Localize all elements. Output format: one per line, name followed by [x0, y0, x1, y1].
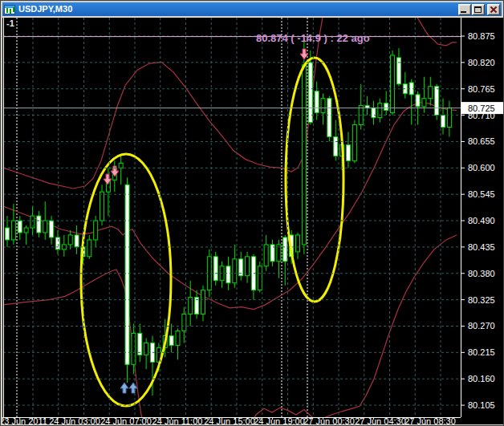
- candle-body: [119, 163, 123, 168]
- chart-canvas[interactable]: -180.874 ( -14.9 ) : 22 ago80.87580.8208…: [2, 17, 503, 424]
- time-axis-label: 24 Jun 15:00: [204, 416, 255, 424]
- price-axis-label: 80.765: [468, 84, 495, 94]
- candle-body: [334, 136, 338, 156]
- chart-area: -180.874 ( -14.9 ) : 22 ago80.87580.8208…: [2, 17, 503, 424]
- candle-body: [429, 87, 433, 99]
- candle-body: [213, 257, 217, 281]
- candle-body: [50, 221, 54, 237]
- window-title: USDJPY,M30: [18, 2, 457, 16]
- candle-body: [246, 257, 250, 276]
- candle-body: [226, 266, 230, 283]
- price-axis-label: 80.270: [468, 321, 495, 331]
- minimize-button[interactable]: [458, 4, 471, 15]
- price-axis-label: 80.655: [468, 136, 495, 146]
- candle-body: [391, 55, 395, 113]
- current-price-label: 80.725: [468, 103, 495, 113]
- candle-body: [422, 99, 426, 107]
- candle-body: [296, 235, 300, 252]
- candle-body: [416, 95, 420, 107]
- candle-body: [100, 192, 104, 221]
- candle-body: [87, 240, 91, 257]
- candle-body: [24, 228, 28, 233]
- price-axis-label: 80.600: [468, 163, 495, 172]
- candle-body: [352, 125, 356, 161]
- candle-body: [30, 216, 35, 228]
- candle-body: [75, 235, 79, 247]
- time-axis-label: 27 Jun 00:30: [303, 416, 355, 424]
- time-axis-label: 23 Jun 2011: [2, 416, 47, 424]
- price-axis-label: 80.545: [468, 189, 495, 199]
- price-axis-label: 80.875: [468, 31, 495, 41]
- minimize-icon: [461, 11, 466, 13]
- candle-body: [125, 185, 129, 364]
- time-axis-label: 24 Jun 11:00: [152, 416, 203, 424]
- candle-body: [11, 221, 15, 240]
- candle-body: [308, 63, 312, 123]
- candle-body: [321, 99, 325, 113]
- price-axis-label: 80.820: [468, 58, 495, 67]
- price-axis-label: 80.490: [468, 216, 495, 225]
- price-axis-label: 80.380: [468, 269, 495, 278]
- time-axis-label: 24 Jun 07:00: [100, 416, 152, 424]
- chart-window: USDJPY,M30 -180.874 ( -14.9 ) : 22 ago80…: [0, 0, 504, 426]
- close-button[interactable]: [487, 4, 500, 15]
- candle-body: [258, 266, 262, 290]
- maximize-button[interactable]: [472, 4, 485, 15]
- candle-body: [169, 335, 173, 345]
- price-axis-label: 80.435: [468, 242, 495, 252]
- chart-shift-label: -1: [6, 18, 14, 28]
- candle-body: [283, 237, 287, 262]
- time-axis-label: 27 Jun 08:30: [404, 416, 456, 424]
- price-axis-label: 80.325: [468, 295, 495, 305]
- candle-body: [384, 103, 388, 111]
- candle-body: [396, 58, 400, 84]
- candle-body: [94, 221, 98, 240]
- title-bar[interactable]: USDJPY,M30: [2, 2, 502, 16]
- chart-window-icon: [4, 5, 15, 14]
- candle-body: [315, 91, 319, 113]
- candle-body: [346, 145, 350, 161]
- time-axis-label: 24 Jun 19:00: [254, 416, 305, 424]
- candle-body: [435, 87, 439, 116]
- candle-body: [372, 108, 376, 118]
- candle-body: [447, 108, 451, 128]
- candle-body: [18, 221, 22, 233]
- measure-annotation: 80.874 ( -14.9 ) : 22 ago: [256, 32, 370, 44]
- maximize-icon: [474, 6, 482, 13]
- price-axis-label: 80.215: [468, 347, 495, 357]
- candle-body: [201, 290, 205, 314]
- time-axis-label: 27 Jun 04:30: [355, 416, 406, 424]
- candle-body: [6, 228, 10, 240]
- candle-body: [68, 235, 72, 245]
- candle-body: [144, 343, 148, 355]
- candle-body: [43, 221, 47, 233]
- candle-body: [55, 237, 59, 250]
- candle-body: [138, 333, 142, 355]
- candle-body: [176, 331, 180, 345]
- price-axis-label: 80.105: [468, 400, 495, 410]
- candle-body: [327, 99, 331, 137]
- candle-body: [302, 65, 306, 245]
- candle-body: [37, 216, 41, 233]
- candle-body: [264, 245, 268, 266]
- time-axis: 23 Jun 201124 Jun 03:0024 Jun 07:0024 Ju…: [2, 416, 456, 424]
- price-axis-label: 80.160: [468, 374, 495, 383]
- candle-body: [441, 116, 445, 128]
- time-axis-label: 24 Jun 03:00: [49, 416, 100, 424]
- candle-body: [233, 259, 237, 283]
